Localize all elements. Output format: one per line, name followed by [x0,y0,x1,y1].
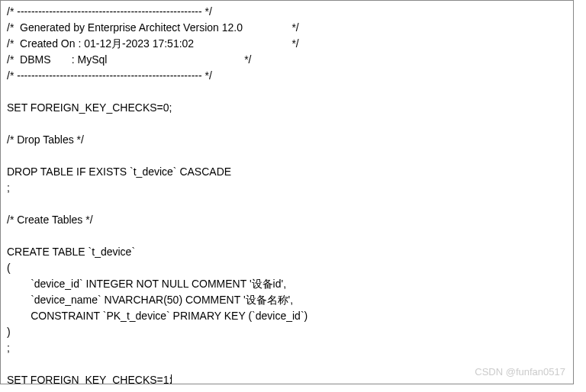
comment-generator: /* Generated by Enterprise Architect Ver… [7,20,567,36]
blank-line [7,356,567,372]
comment-drop-tables: /* Drop Tables */ [7,132,567,148]
blank-line [7,116,567,132]
set-fk-off: SET FOREIGN_KEY_CHECKS=0; [7,100,567,116]
sql-code-block: /* -------------------------------------… [0,0,574,384]
set-fk-on-text: SET FOREIGN_KEY_CHECKS=1; [7,374,172,384]
semicolon: ; [7,340,567,356]
blank-line [7,228,567,244]
close-paren: ) [7,324,567,340]
open-paren: ( [7,260,567,276]
column-device-id: `device_id` INTEGER NOT NULL COMMENT '设备… [7,276,567,292]
comment-dbms: /* DBMS : MySql */ [7,52,567,68]
set-fk-on: SET FOREIGN_KEY_CHECKS=1; [7,372,567,384]
blank-line [7,84,567,100]
drop-table: DROP TABLE IF EXISTS `t_device` CASCADE [7,164,567,180]
semicolon: ; [7,180,567,196]
column-device-name: `device_name` NVARCHAR(50) COMMENT '设备名称… [7,292,567,308]
comment-created-on: /* Created On : 01-12月-2023 17:51:02 */ [7,36,567,52]
text-cursor [171,374,172,384]
blank-line [7,148,567,164]
create-table: CREATE TABLE `t_device` [7,244,567,260]
constraint-pk: CONSTRAINT `PK_t_device` PRIMARY KEY (`d… [7,308,567,324]
blank-line [7,196,567,212]
comment-separator: /* -------------------------------------… [7,68,567,84]
comment-create-tables: /* Create Tables */ [7,212,567,228]
comment-separator: /* -------------------------------------… [7,4,567,20]
